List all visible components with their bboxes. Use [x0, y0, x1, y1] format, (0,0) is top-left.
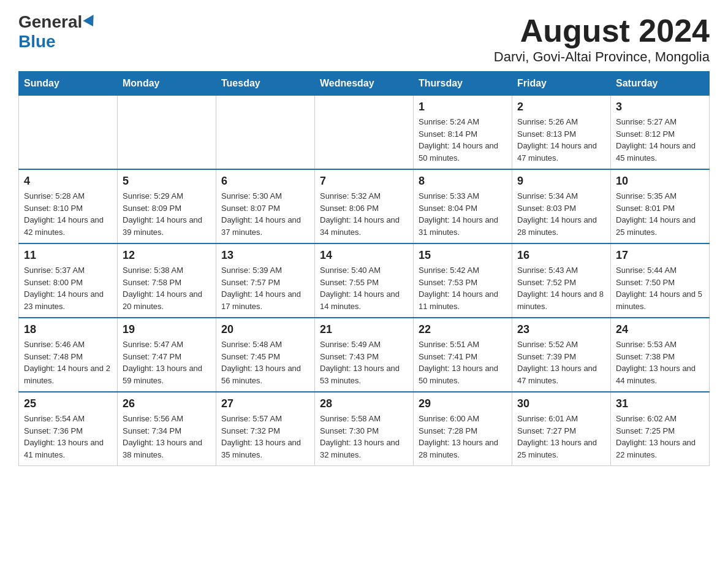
day-number: 5 [123, 175, 211, 188]
day-number: 6 [221, 175, 309, 188]
page-title: August 2024 [494, 12, 710, 49]
calendar-cell: 31Sunrise: 6:02 AMSunset: 7:25 PMDayligh… [611, 392, 710, 466]
day-number: 30 [517, 397, 605, 410]
day-number: 8 [419, 175, 507, 188]
calendar-cell: 30Sunrise: 6:01 AMSunset: 7:27 PMDayligh… [512, 392, 611, 466]
day-number: 24 [616, 323, 704, 336]
day-info: Sunrise: 6:02 AMSunset: 7:25 PMDaylight:… [616, 413, 704, 461]
calendar-table: SundayMondayTuesdayWednesdayThursdayFrid… [18, 71, 710, 466]
day-number: 31 [616, 397, 704, 410]
calendar-cell: 25Sunrise: 5:54 AMSunset: 7:36 PMDayligh… [19, 392, 118, 466]
day-number: 10 [616, 175, 704, 188]
title-section: August 2024 Darvi, Govi-Altai Province, … [494, 12, 710, 65]
calendar-header-friday: Friday [512, 72, 611, 96]
day-info: Sunrise: 5:56 AMSunset: 7:34 PMDaylight:… [123, 413, 211, 461]
calendar-week-4: 18Sunrise: 5:46 AMSunset: 7:48 PMDayligh… [19, 318, 710, 392]
calendar-cell: 17Sunrise: 5:44 AMSunset: 7:50 PMDayligh… [611, 243, 710, 318]
calendar-cell: 22Sunrise: 5:51 AMSunset: 7:41 PMDayligh… [414, 318, 512, 392]
day-info: Sunrise: 5:46 AMSunset: 7:48 PMDaylight:… [24, 339, 112, 386]
day-info: Sunrise: 6:00 AMSunset: 7:28 PMDaylight:… [419, 413, 507, 461]
day-number: 13 [221, 249, 309, 262]
calendar-cell: 9Sunrise: 5:34 AMSunset: 8:03 PMDaylight… [512, 169, 611, 243]
day-info: Sunrise: 5:39 AMSunset: 7:57 PMDaylight:… [221, 264, 309, 312]
calendar-cell [118, 96, 216, 170]
day-info: Sunrise: 5:35 AMSunset: 8:01 PMDaylight:… [616, 190, 704, 238]
day-info: Sunrise: 5:26 AMSunset: 8:13 PMDaylight:… [517, 116, 605, 164]
calendar-cell: 6Sunrise: 5:30 AMSunset: 8:07 PMDaylight… [216, 169, 315, 243]
day-number: 2 [517, 101, 605, 113]
calendar-cell: 1Sunrise: 5:24 AMSunset: 8:14 PMDaylight… [414, 96, 512, 170]
calendar-cell: 27Sunrise: 5:57 AMSunset: 7:32 PMDayligh… [216, 392, 315, 466]
calendar-cell: 3Sunrise: 5:27 AMSunset: 8:12 PMDaylight… [611, 96, 710, 170]
calendar-cell: 13Sunrise: 5:39 AMSunset: 7:57 PMDayligh… [216, 243, 315, 318]
calendar-cell: 5Sunrise: 5:29 AMSunset: 8:09 PMDaylight… [118, 169, 216, 243]
day-info: Sunrise: 5:27 AMSunset: 8:12 PMDaylight:… [616, 116, 704, 164]
day-number: 1 [419, 101, 507, 113]
calendar-header-saturday: Saturday [611, 72, 710, 96]
day-info: Sunrise: 5:30 AMSunset: 8:07 PMDaylight:… [221, 190, 309, 238]
day-number: 28 [320, 397, 408, 410]
day-number: 12 [123, 249, 211, 262]
day-number: 11 [24, 249, 112, 262]
calendar-week-5: 25Sunrise: 5:54 AMSunset: 7:36 PMDayligh… [19, 392, 710, 466]
logo: General Blue [18, 12, 97, 52]
calendar-week-3: 11Sunrise: 5:37 AMSunset: 8:00 PMDayligh… [19, 243, 710, 318]
calendar-cell: 21Sunrise: 5:49 AMSunset: 7:43 PMDayligh… [315, 318, 414, 392]
day-number: 22 [419, 323, 507, 336]
calendar-cell: 8Sunrise: 5:33 AMSunset: 8:04 PMDaylight… [414, 169, 512, 243]
calendar-cell: 14Sunrise: 5:40 AMSunset: 7:55 PMDayligh… [315, 243, 414, 318]
day-info: Sunrise: 5:54 AMSunset: 7:36 PMDaylight:… [24, 413, 112, 461]
calendar-cell: 11Sunrise: 5:37 AMSunset: 8:00 PMDayligh… [19, 243, 118, 318]
calendar-cell [315, 96, 414, 170]
day-info: Sunrise: 5:47 AMSunset: 7:47 PMDaylight:… [123, 339, 211, 386]
day-number: 26 [123, 397, 211, 410]
calendar-header-thursday: Thursday [414, 72, 512, 96]
calendar-cell: 10Sunrise: 5:35 AMSunset: 8:01 PMDayligh… [611, 169, 710, 243]
day-info: Sunrise: 5:28 AMSunset: 8:10 PMDaylight:… [24, 190, 112, 238]
calendar-cell [19, 96, 118, 170]
day-info: Sunrise: 5:32 AMSunset: 8:06 PMDaylight:… [320, 190, 408, 238]
day-number: 17 [616, 249, 704, 262]
day-number: 3 [616, 101, 704, 113]
day-number: 19 [123, 323, 211, 336]
day-number: 15 [419, 249, 507, 262]
day-number: 27 [221, 397, 309, 410]
calendar-cell: 19Sunrise: 5:47 AMSunset: 7:47 PMDayligh… [118, 318, 216, 392]
day-info: Sunrise: 5:57 AMSunset: 7:32 PMDaylight:… [221, 413, 309, 461]
calendar-cell: 2Sunrise: 5:26 AMSunset: 8:13 PMDaylight… [512, 96, 611, 170]
calendar-cell: 16Sunrise: 5:43 AMSunset: 7:52 PMDayligh… [512, 243, 611, 318]
calendar-cell: 26Sunrise: 5:56 AMSunset: 7:34 PMDayligh… [118, 392, 216, 466]
day-info: Sunrise: 5:42 AMSunset: 7:53 PMDaylight:… [419, 264, 507, 312]
calendar-cell: 18Sunrise: 5:46 AMSunset: 7:48 PMDayligh… [19, 318, 118, 392]
day-info: Sunrise: 5:40 AMSunset: 7:55 PMDaylight:… [320, 264, 408, 312]
day-info: Sunrise: 5:52 AMSunset: 7:39 PMDaylight:… [517, 339, 605, 386]
calendar-cell: 4Sunrise: 5:28 AMSunset: 8:10 PMDaylight… [19, 169, 118, 243]
calendar-cell [216, 96, 315, 170]
calendar-week-1: 1Sunrise: 5:24 AMSunset: 8:14 PMDaylight… [19, 96, 710, 170]
day-info: Sunrise: 5:24 AMSunset: 8:14 PMDaylight:… [419, 116, 507, 164]
day-info: Sunrise: 5:53 AMSunset: 7:38 PMDaylight:… [616, 339, 704, 386]
calendar-header-monday: Monday [118, 72, 216, 96]
day-info: Sunrise: 5:49 AMSunset: 7:43 PMDaylight:… [320, 339, 408, 386]
calendar-cell: 28Sunrise: 5:58 AMSunset: 7:30 PMDayligh… [315, 392, 414, 466]
calendar-header-wednesday: Wednesday [315, 72, 414, 96]
day-info: Sunrise: 5:48 AMSunset: 7:45 PMDaylight:… [221, 339, 309, 386]
day-info: Sunrise: 5:58 AMSunset: 7:30 PMDaylight:… [320, 413, 408, 461]
day-info: Sunrise: 5:37 AMSunset: 8:00 PMDaylight:… [24, 264, 112, 312]
day-info: Sunrise: 5:51 AMSunset: 7:41 PMDaylight:… [419, 339, 507, 386]
calendar-cell: 15Sunrise: 5:42 AMSunset: 7:53 PMDayligh… [414, 243, 512, 318]
page-header: General Blue August 2024 Darvi, Govi-Alt… [18, 12, 710, 65]
calendar-header-sunday: Sunday [19, 72, 118, 96]
day-info: Sunrise: 5:33 AMSunset: 8:04 PMDaylight:… [419, 190, 507, 238]
day-number: 7 [320, 175, 408, 188]
day-number: 21 [320, 323, 408, 336]
calendar-header-tuesday: Tuesday [216, 72, 315, 96]
calendar-cell: 29Sunrise: 6:00 AMSunset: 7:28 PMDayligh… [414, 392, 512, 466]
day-info: Sunrise: 5:38 AMSunset: 7:58 PMDaylight:… [123, 264, 211, 312]
day-number: 9 [517, 175, 605, 188]
day-number: 18 [24, 323, 112, 336]
calendar-cell: 12Sunrise: 5:38 AMSunset: 7:58 PMDayligh… [118, 243, 216, 318]
day-info: Sunrise: 5:34 AMSunset: 8:03 PMDaylight:… [517, 190, 605, 238]
page-subtitle: Darvi, Govi-Altai Province, Mongolia [494, 49, 710, 65]
day-number: 4 [24, 175, 112, 188]
